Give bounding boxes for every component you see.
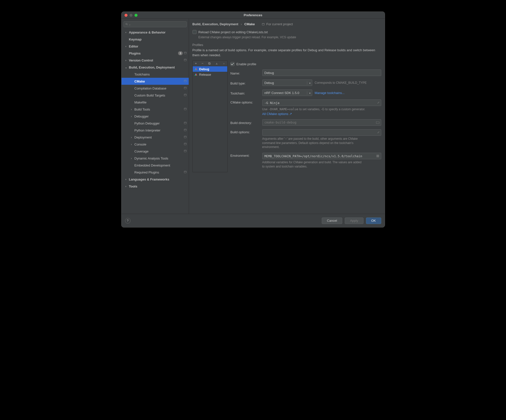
chevron-icon: ›: [124, 31, 128, 34]
chevron-down-icon: ⌄: [129, 23, 131, 26]
cmake-options-help: Use -DVAR_NAME=value to set variables, -…: [262, 107, 381, 112]
preferences-window: Preferences ⌄ ›Appearance & BehaviorKeym…: [121, 12, 385, 228]
sidebar-item-version-control[interactable]: ›Version Control: [122, 57, 189, 64]
svg-rect-9: [184, 87, 186, 88]
enable-profile-row[interactable]: Enable profile: [230, 62, 381, 66]
svg-rect-27: [262, 23, 264, 24]
chevron-icon: ›: [124, 59, 128, 62]
toolchain-select[interactable]: nRF Connect SDK 1.5.0 ▾: [262, 90, 312, 96]
build-options-label: Build options:: [230, 129, 259, 134]
build-dir-input[interactable]: cmake-build-debug: [262, 119, 381, 126]
sidebar-item-custom-build-targets[interactable]: Custom Build Targets: [122, 92, 189, 99]
cmake-icon: [195, 73, 197, 76]
sidebar-item-build-execution-deployment[interactable]: ⌄Build, Execution, Deployment: [122, 64, 189, 71]
cancel-button[interactable]: Cancel: [322, 218, 342, 224]
sidebar-item-makefile[interactable]: Makefile: [122, 99, 189, 106]
sidebar-item-embedded-development[interactable]: Embedded Development: [122, 162, 189, 169]
build-options-input[interactable]: ⤢: [262, 129, 381, 136]
enable-profile-checkbox[interactable]: [230, 62, 234, 66]
sidebar-item-dynamic-analysis-tools[interactable]: ›Dynamic Analysis Tools: [122, 155, 189, 162]
profile-item-release[interactable]: Release: [193, 72, 227, 77]
breadcrumb-parent[interactable]: Build, Execution, Deployment: [192, 22, 238, 26]
move-up-button[interactable]: ▲: [215, 62, 218, 65]
project-scope-icon: [184, 136, 187, 139]
chevron-right-icon: ›: [241, 22, 242, 26]
apply-button[interactable]: Apply: [345, 218, 364, 224]
move-down-button[interactable]: »: [223, 62, 225, 65]
svg-rect-13: [184, 108, 186, 108]
sidebar-item-plugins[interactable]: Plugins3: [122, 50, 189, 57]
project-scope-icon: [184, 94, 187, 97]
sidebar-item-tools[interactable]: ›Tools: [122, 183, 189, 190]
profiles-title: Profiles: [192, 43, 381, 47]
sidebar-item-debugger[interactable]: ›Debugger: [122, 113, 189, 120]
toolchain-label: Toolchain:: [230, 90, 259, 95]
sidebar-item-console[interactable]: ›Console: [122, 141, 189, 148]
svg-rect-17: [184, 129, 186, 130]
project-scope-icon: [184, 142, 187, 146]
expand-icon[interactable]: ⤢: [377, 131, 380, 134]
chevron-icon: ›: [124, 45, 128, 48]
manage-toolchains-link[interactable]: Manage toolchains...: [315, 91, 345, 95]
sidebar-item-languages-frameworks[interactable]: ›Languages & Frameworks: [122, 176, 189, 183]
environment-input[interactable]: MEMB_TOOLCHAIN_PATH=/opt/nordic/ncs/v1.5…: [262, 153, 381, 159]
sidebar-item-build-tools[interactable]: ›Build Tools: [122, 106, 189, 113]
svg-rect-5: [184, 59, 186, 60]
svg-rect-19: [184, 136, 186, 136]
sidebar-item-python-debugger[interactable]: Python Debugger: [122, 120, 189, 127]
search-input[interactable]: ⌄: [124, 21, 187, 27]
expand-icon[interactable]: ⤢: [377, 101, 380, 104]
reload-help-text: External changes always trigger project …: [198, 36, 381, 39]
project-scope-icon: [184, 80, 187, 83]
sidebar-item-python-interpreter[interactable]: Python Interpreter: [122, 127, 189, 134]
remove-profile-button[interactable]: −: [202, 62, 204, 65]
project-scope-icon: [184, 128, 187, 132]
breadcrumb-current: CMake: [244, 22, 255, 26]
profile-item-debug[interactable]: Debug: [193, 66, 227, 72]
project-scope-icon: [184, 86, 187, 90]
project-scope-icon: [184, 52, 187, 55]
chevron-down-icon: ▾: [307, 81, 310, 85]
profile-form: Enable profile Name: Debug Build type: D…: [230, 60, 381, 172]
sidebar-item-cmake[interactable]: CMake: [122, 78, 189, 85]
project-scope-icon: [184, 150, 187, 153]
build-dir-label: Build directory:: [230, 120, 259, 125]
svg-rect-21: [184, 143, 186, 144]
folder-icon[interactable]: [376, 121, 380, 125]
project-scope-icon: [184, 58, 187, 62]
sidebar-item-toolchains[interactable]: Toolchains: [122, 71, 189, 78]
list-icon[interactable]: [376, 154, 380, 158]
name-input[interactable]: Debug: [262, 70, 381, 76]
enable-profile-label: Enable profile: [236, 62, 256, 66]
reload-checkbox[interactable]: [192, 30, 196, 34]
sidebar-item-deployment[interactable]: ›Deployment: [122, 134, 189, 141]
reload-checkbox-row[interactable]: Reload CMake project on editing CMakeLis…: [192, 30, 381, 34]
ok-button[interactable]: OK: [366, 218, 381, 224]
profile-list-toolbar: + − ⧉ ▲ »: [193, 61, 227, 66]
badge: 3: [178, 51, 182, 55]
chevron-down-icon: ▾: [307, 91, 310, 95]
project-scope-icon: [184, 122, 187, 125]
copy-profile-button[interactable]: ⧉: [208, 62, 210, 66]
project-scope-icon: [262, 23, 265, 26]
svg-rect-29: [376, 156, 379, 156]
build-type-select[interactable]: Debug ▾: [262, 80, 312, 86]
cmake-options-input[interactable]: -G Ninja ⤢: [262, 100, 381, 106]
svg-rect-3: [184, 52, 186, 52]
svg-point-0: [126, 23, 127, 25]
help-button[interactable]: ?: [125, 218, 130, 224]
sidebar-item-coverage[interactable]: Coverage: [122, 148, 189, 155]
reload-checkbox-label: Reload CMake project on editing CMakeLis…: [198, 30, 268, 34]
sidebar-item-keymap[interactable]: Keymap: [122, 36, 189, 43]
all-cmake-options-link[interactable]: All CMake options ↗: [262, 112, 381, 116]
search-icon: [125, 23, 128, 26]
chevron-icon: ›: [130, 157, 133, 160]
sidebar-item-appearance-behavior[interactable]: ›Appearance & Behavior: [122, 29, 189, 36]
svg-rect-25: [184, 171, 186, 172]
window-title: Preferences: [122, 13, 385, 17]
sidebar-item-required-plugins[interactable]: Required Plugins: [122, 169, 189, 176]
sidebar-item-editor[interactable]: ›Editor: [122, 43, 189, 50]
sidebar-item-compilation-database[interactable]: Compilation Database: [122, 85, 189, 92]
add-profile-button[interactable]: +: [195, 62, 197, 65]
chevron-icon: ⌄: [124, 66, 128, 69]
